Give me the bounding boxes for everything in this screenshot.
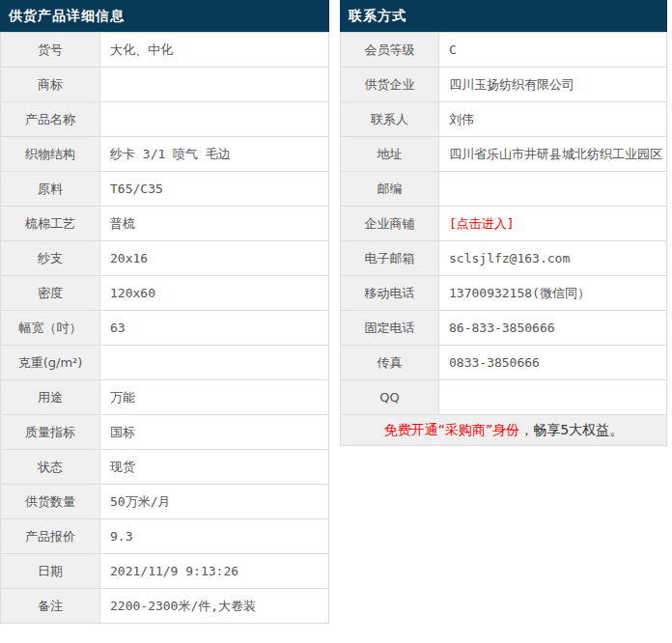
- row-label: 商标: [1, 68, 100, 102]
- shop-enter-link[interactable]: [点击进入]: [439, 207, 667, 241]
- row-value: sclsjlfz@163.com: [439, 241, 667, 276]
- row-value: 四川玉扬纺织有限公司: [439, 68, 667, 102]
- table-row: 供货企业 四川玉扬纺织有限公司: [341, 68, 667, 102]
- row-value: [439, 380, 667, 415]
- row-label: 固定电话: [341, 311, 439, 346]
- row-value: 9.3: [100, 519, 329, 554]
- table-row: 备注 2200-2300米/件,大卷装: [1, 589, 329, 624]
- row-label: QQ: [341, 380, 439, 415]
- row-label: 货号: [1, 33, 100, 68]
- row-label: 备注: [1, 589, 100, 624]
- promo-notice-text: ，畅享5大权益。: [519, 422, 623, 437]
- promo-notice-row: 免费开通“采购商”身份，畅享5大权益。: [341, 415, 667, 446]
- promo-notice: 免费开通“采购商”身份，畅享5大权益。: [341, 415, 667, 446]
- table-row: 幅宽（吋） 63: [1, 311, 329, 346]
- table-row: 会员等级 C: [341, 33, 667, 68]
- row-label: 传真: [341, 346, 439, 380]
- row-value: C: [439, 33, 667, 68]
- row-value: [100, 346, 329, 380]
- table-row: 密度 120x60: [1, 276, 329, 311]
- row-label: 会员等级: [341, 33, 439, 68]
- table-row: 原料 T65/C35: [1, 172, 329, 207]
- row-value: [100, 68, 329, 102]
- row-label: 移动电话: [341, 276, 439, 311]
- row-label: 电子邮箱: [341, 241, 439, 276]
- row-label: 企业商铺: [341, 207, 439, 241]
- table-row: 地址 四川省乐山市井研县城北纺织工业园区: [341, 137, 667, 172]
- row-label: 质量指标: [1, 415, 100, 450]
- table-row: 织物结构 纱卡 3/1 喷气 毛边: [1, 137, 329, 172]
- table-row: 日期 2021/11/9 9:13:26: [1, 554, 329, 589]
- table-row: 移动电话 13700932158(微信同）: [341, 276, 667, 311]
- row-label: 梳棉工艺: [1, 207, 100, 241]
- row-label: 供货数量: [1, 485, 100, 519]
- row-value: 86-833-3850666: [439, 311, 667, 346]
- page: 供货产品详细信息 货号 大化、中化 商标 产品名称 织物结构 纱卡 3/1 喷气…: [0, 0, 672, 643]
- product-table: 货号 大化、中化 商标 产品名称 织物结构 纱卡 3/1 喷气 毛边 原料 T6…: [0, 32, 329, 624]
- contact-panel-title: 联系方式: [340, 0, 667, 32]
- row-value: T65/C35: [100, 172, 329, 207]
- row-label: 原料: [1, 172, 100, 207]
- product-detail-panel: 供货产品详细信息 货号 大化、中化 商标 产品名称 织物结构 纱卡 3/1 喷气…: [0, 0, 329, 624]
- row-value: 刘伟: [439, 102, 667, 137]
- row-value: 63: [100, 311, 329, 346]
- row-value: 普梳: [100, 207, 329, 241]
- row-label: 邮编: [341, 172, 439, 207]
- table-row: 企业商铺 [点击进入]: [341, 207, 667, 241]
- row-value: 纱卡 3/1 喷气 毛边: [100, 137, 329, 172]
- row-label: 纱支: [1, 241, 100, 276]
- row-value: [439, 172, 667, 207]
- row-label: 产品报价: [1, 519, 100, 554]
- table-row: 纱支 20x16: [1, 241, 329, 276]
- row-value: 120x60: [100, 276, 329, 311]
- row-label: 织物结构: [1, 137, 100, 172]
- row-label: 状态: [1, 450, 100, 485]
- row-label: 日期: [1, 554, 100, 589]
- table-row: 供货数量 50万米/月: [1, 485, 329, 519]
- row-label: 联系人: [341, 102, 439, 137]
- table-row: 状态 现货: [1, 450, 329, 485]
- product-panel-title: 供货产品详细信息: [0, 0, 329, 32]
- row-value: 国标: [100, 415, 329, 450]
- row-value: 四川省乐山市井研县城北纺织工业园区: [439, 137, 667, 172]
- row-value: 现货: [100, 450, 329, 485]
- contact-panel: 联系方式 会员等级 C 供货企业 四川玉扬纺织有限公司 联系人 刘伟 地址 四川…: [340, 0, 667, 446]
- row-value: 0833-3850666: [439, 346, 667, 380]
- table-row: 邮编: [341, 172, 667, 207]
- contact-table: 会员等级 C 供货企业 四川玉扬纺织有限公司 联系人 刘伟 地址 四川省乐山市井…: [340, 32, 667, 446]
- table-row: 电子邮箱 sclsjlfz@163.com: [341, 241, 667, 276]
- row-value: 50万米/月: [100, 485, 329, 519]
- row-label: 地址: [341, 137, 439, 172]
- row-label: 幅宽（吋）: [1, 311, 100, 346]
- row-value: [100, 102, 329, 137]
- row-label: 用途: [1, 380, 100, 415]
- table-row: 克重(g/m²): [1, 346, 329, 380]
- table-row: 联系人 刘伟: [341, 102, 667, 137]
- table-row: 产品报价 9.3: [1, 519, 329, 554]
- row-value: 大化、中化: [100, 33, 329, 68]
- promo-notice-link[interactable]: 免费开通“采购商”身份: [384, 422, 520, 437]
- row-value: 2021/11/9 9:13:26: [100, 554, 329, 589]
- table-row: 用途 万能: [1, 380, 329, 415]
- row-value: 2200-2300米/件,大卷装: [100, 589, 329, 624]
- table-row: 质量指标 国标: [1, 415, 329, 450]
- table-row: 固定电话 86-833-3850666: [341, 311, 667, 346]
- row-value: 万能: [100, 380, 329, 415]
- row-label: 克重(g/m²): [1, 346, 100, 380]
- table-row: 产品名称: [1, 102, 329, 137]
- row-label: 供货企业: [341, 68, 439, 102]
- row-value: 13700932158(微信同）: [439, 276, 667, 311]
- row-label: 密度: [1, 276, 100, 311]
- table-row: 货号 大化、中化: [1, 33, 329, 68]
- table-row: 传真 0833-3850666: [341, 346, 667, 380]
- table-row: QQ: [341, 380, 667, 415]
- table-row: 商标: [1, 68, 329, 102]
- row-label: 产品名称: [1, 102, 100, 137]
- row-value: 20x16: [100, 241, 329, 276]
- table-row: 梳棉工艺 普梳: [1, 207, 329, 241]
